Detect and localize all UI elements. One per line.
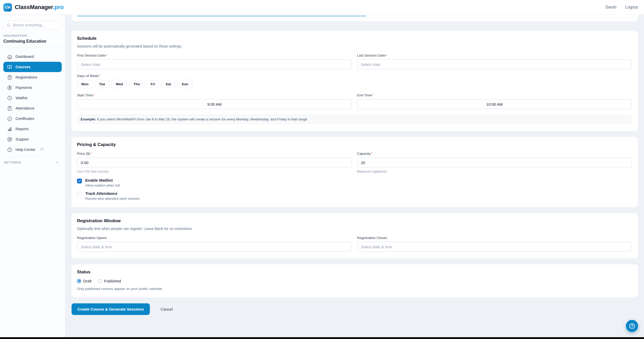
sidebar-item-help-center[interactable]: Help Center — [3, 144, 62, 155]
enable-waitlist-sub: Allow waitlist when full — [85, 183, 120, 187]
external-link-icon — [39, 148, 44, 152]
brand-name: ClassManager.pro — [15, 4, 64, 11]
label-text: Days of Week — [77, 74, 99, 78]
end-time-input[interactable] — [357, 99, 632, 109]
last-session-date-label: Last Session Date* — [357, 53, 632, 57]
published-radio[interactable] — [98, 279, 102, 283]
status-option-published[interactable]: Published — [98, 279, 121, 283]
price-input[interactable] — [77, 158, 352, 167]
sidebar-item-waitlist[interactable]: Waitlist — [3, 93, 62, 103]
sidebar-item-label: Certificates — [15, 117, 34, 121]
search-box[interactable] — [3, 21, 62, 29]
registration-opens-label: Registration Opens — [77, 236, 352, 240]
required-asterisk: * — [372, 93, 374, 97]
sidebar-item-label: Courses — [15, 65, 30, 69]
sidebar-item-dashboard[interactable]: Dashboard — [3, 51, 62, 62]
pricing-capacity-card: Pricing & Capacity Price ($)* Use 0 for … — [72, 137, 638, 207]
label-text: Last Session Date — [357, 53, 385, 57]
status-option-draft[interactable]: Draft — [77, 279, 92, 283]
label-text: First Session Date — [77, 53, 105, 57]
sidebar-item-reports[interactable]: Reports — [3, 124, 62, 134]
status-card: Status Draft Published Only published co… — [72, 264, 638, 297]
last-session-date-input[interactable] — [357, 59, 632, 69]
brand-suffix: .pro — [53, 4, 64, 10]
sidebar-item-payments[interactable]: Payments — [3, 82, 62, 93]
day-button-mon[interactable]: Mon — [77, 80, 93, 88]
sidebar-item-courses[interactable]: Courses — [3, 62, 62, 72]
sidebar-item-label: Help Center — [15, 148, 35, 152]
day-button-sun[interactable]: Sun — [177, 80, 193, 88]
capacity-input[interactable] — [357, 158, 632, 167]
chevron-down-icon — [55, 160, 59, 165]
required-asterisk: * — [106, 53, 107, 57]
required-asterisk: * — [371, 152, 373, 156]
track-attendance-label: Track Attendance — [85, 191, 140, 196]
draft-radio[interactable] — [77, 279, 81, 283]
create-course-button[interactable]: Create Course & Generate Sessions — [72, 303, 150, 315]
days-of-week-label: Days of Week* — [77, 74, 632, 78]
label-text: End Time — [357, 93, 372, 97]
start-time-input[interactable] — [77, 99, 352, 109]
track-attendance-option[interactable]: Track Attendance Record who attended eac… — [77, 191, 632, 201]
required-asterisk: * — [386, 53, 387, 57]
track-attendance-sub: Record who attended each session — [85, 197, 140, 201]
search-icon — [7, 23, 10, 27]
settings-label: SETTINGS — [4, 161, 21, 164]
bottom-edge-bar — [0, 337, 644, 339]
cancel-button[interactable]: Cancel — [161, 307, 173, 311]
help-fab-button[interactable] — [626, 320, 638, 332]
registration-closes-label: Registration Closes — [357, 236, 632, 240]
bar-chart-icon — [7, 127, 12, 132]
sidebar-item-support[interactable]: Support — [3, 134, 62, 144]
section-title-schedule: Schedule — [77, 36, 632, 41]
first-session-date-label: First Session Date* — [77, 53, 352, 57]
day-button-wed[interactable]: Wed — [111, 80, 127, 88]
help-circle-icon — [7, 147, 12, 152]
status-radio-group: Draft Published — [77, 279, 632, 283]
book-open-icon — [7, 65, 12, 70]
organization-name: Continuing Education — [3, 39, 62, 44]
sidebar-item-attendance[interactable]: Attendance — [3, 103, 62, 113]
brand-logo-icon: CM — [3, 3, 12, 12]
registration-opens-input[interactable] — [77, 242, 352, 252]
sidebar: ORGANIZATION Continuing Education Dashbo… — [0, 15, 65, 337]
price-label: Price ($)* — [77, 152, 352, 156]
day-button-thu[interactable]: Thu — [129, 80, 144, 88]
clipboard-list-icon — [7, 75, 12, 80]
start-time-label: Start Time* — [77, 93, 352, 97]
day-button-tue[interactable]: Tue — [95, 80, 110, 88]
required-asterisk: * — [91, 152, 92, 156]
sidebar-item-label: Registrations — [15, 75, 37, 79]
day-button-fri[interactable]: Fri — [146, 80, 159, 88]
user-menu-link[interactable]: Sarah — [605, 5, 616, 10]
check-icon — [78, 179, 81, 183]
check-circle-icon — [7, 116, 12, 121]
enable-waitlist-checkbox[interactable] — [77, 179, 82, 183]
registration-closes-input[interactable] — [357, 242, 632, 252]
organization-label: ORGANIZATION — [3, 34, 62, 37]
sidebar-item-label: Reports — [15, 127, 29, 131]
label-text: Start Time — [77, 93, 93, 97]
enable-waitlist-option[interactable]: Enable Waitlist Allow waitlist when full — [77, 178, 632, 187]
label-text: Price ($) — [77, 152, 90, 156]
settings-toggle[interactable]: SETTINGS — [3, 159, 62, 165]
app-header: CM ClassManager.pro Sarah Logout — [0, 0, 644, 15]
track-attendance-checkbox[interactable] — [77, 192, 82, 197]
registration-description: Optionally limit when people can registe… — [77, 227, 632, 231]
sidebar-item-certificates[interactable]: Certificates — [3, 113, 62, 124]
sidebar-item-registrations[interactable]: Registrations — [3, 72, 62, 82]
main-content: Schedule Sessions will be automatically … — [65, 15, 644, 337]
focused-input-underline[interactable] — [77, 16, 366, 16]
first-session-date-input[interactable] — [77, 59, 352, 69]
scrolled-card-bottom — [72, 15, 638, 21]
search-input[interactable] — [13, 23, 58, 27]
home-icon — [7, 54, 12, 59]
capacity-helper: Maximum registrants — [357, 170, 632, 173]
day-button-sat[interactable]: Sat — [161, 80, 175, 88]
published-label: Published — [104, 279, 121, 283]
sidebar-nav: Dashboard Courses Registrations Payments… — [3, 51, 62, 155]
sidebar-item-label: Payments — [15, 86, 32, 90]
logout-link[interactable]: Logout — [625, 5, 638, 10]
registration-window-card: Registration Window Optionally limit whe… — [72, 213, 638, 258]
brand: CM ClassManager.pro — [3, 3, 64, 12]
